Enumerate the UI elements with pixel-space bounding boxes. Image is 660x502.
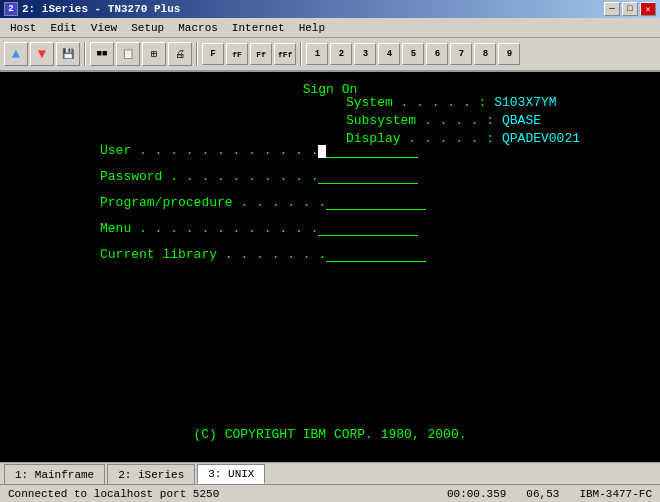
- tab-iseries[interactable]: 2: iSeries: [107, 464, 195, 484]
- fkey-f[interactable]: F: [202, 43, 224, 65]
- fkey-fff[interactable]: fFf: [274, 43, 296, 65]
- separator-3: [300, 42, 302, 66]
- fkey-4[interactable]: 4: [378, 43, 400, 65]
- system-row: System . . . . . : S103X7YM: [346, 94, 580, 112]
- subsystem-row: Subsystem . . . . : QBASE: [346, 112, 580, 130]
- user-label: User . . . . . . . . . . . .: [100, 140, 318, 162]
- maximize-button[interactable]: □: [622, 2, 638, 16]
- status-time: 00:00.359: [447, 488, 506, 500]
- connection-status: Connected to localhost port 5250: [8, 488, 219, 500]
- close-button[interactable]: ✕: [640, 2, 656, 16]
- tab-mainframe[interactable]: 1: Mainframe: [4, 464, 105, 484]
- menu-view[interactable]: View: [85, 20, 123, 36]
- fkey-3[interactable]: 3: [354, 43, 376, 65]
- tab-bar: 1: Mainframe 2: iSeries 3: UNIX: [0, 462, 660, 484]
- window-title: 2: iSeries - TN3270 Plus: [22, 3, 180, 15]
- toolbar: ▲ ▼ 💾 ■■ 📋 ⊞ 🖨 F fF Ff fFf 1 2 3 4 5 6 7…: [0, 38, 660, 72]
- system-label: System . . . . . :: [346, 95, 486, 110]
- subsystem-value: QBASE: [502, 113, 541, 128]
- fkey-9[interactable]: 9: [498, 43, 520, 65]
- user-row: User . . . . . . . . . . . .: [100, 140, 426, 162]
- fkey-2[interactable]: 2: [330, 43, 352, 65]
- save-button[interactable]: 💾: [56, 42, 80, 66]
- tab-unix[interactable]: 3: UNIX: [197, 464, 265, 484]
- menu-bar: Host Edit View Setup Macros Internet Hel…: [0, 18, 660, 38]
- fkey-1[interactable]: 1: [306, 43, 328, 65]
- subsystem-label: Subsystem . . . . :: [346, 113, 494, 128]
- menu-edit[interactable]: Edit: [44, 20, 82, 36]
- fkey-6[interactable]: 6: [426, 43, 448, 65]
- menu-internet[interactable]: Internet: [226, 20, 291, 36]
- system-value: S103X7YM: [494, 95, 556, 110]
- back-button[interactable]: ▲: [4, 42, 28, 66]
- fkey-ff1[interactable]: fF: [226, 43, 248, 65]
- status-terminal: IBM-3477-FC: [579, 488, 652, 500]
- fkey-ff2[interactable]: Ff: [250, 43, 272, 65]
- print-button[interactable]: 🖨: [168, 42, 192, 66]
- user-field-cursor: [318, 145, 326, 158]
- menu-help[interactable]: Help: [293, 20, 331, 36]
- library-row: Current library . . . . . . .: [100, 244, 426, 266]
- fkey-8[interactable]: 8: [474, 43, 496, 65]
- terminal-screen[interactable]: Sign On System . . . . . : S103X7YM Subs…: [0, 72, 660, 462]
- library-label: Current library . . . . . . .: [100, 244, 326, 266]
- copy-button[interactable]: ■■: [90, 42, 114, 66]
- screen-button[interactable]: ⊞: [142, 42, 166, 66]
- password-row: Password . . . . . . . . . .: [100, 166, 426, 188]
- title-buttons[interactable]: ― □ ✕: [604, 2, 656, 16]
- title-text: 2 2: iSeries - TN3270 Plus: [4, 2, 180, 16]
- back-icon: ▲: [12, 46, 20, 62]
- menu-label: Menu . . . . . . . . . . . .: [100, 218, 318, 240]
- status-right: 00:00.359 06,53 IBM-3477-FC: [447, 488, 652, 500]
- menu-setup[interactable]: Setup: [125, 20, 170, 36]
- user-field-underline: [326, 145, 418, 158]
- forward-button[interactable]: ▼: [30, 42, 54, 66]
- program-label: Program/procedure . . . . . .: [100, 192, 326, 214]
- menu-row: Menu . . . . . . . . . . . .: [100, 218, 426, 240]
- status-bar: Connected to localhost port 5250 00:00.3…: [0, 484, 660, 502]
- menu-macros[interactable]: Macros: [172, 20, 224, 36]
- status-cursor: 06,53: [526, 488, 559, 500]
- app-icon: 2: [4, 2, 18, 16]
- paste-icon: 📋: [122, 48, 134, 60]
- copy-icon: ■■: [97, 49, 108, 59]
- sign-on-form: User . . . . . . . . . . . . Password . …: [100, 140, 426, 270]
- screen-icon: ⊞: [151, 48, 157, 60]
- save-icon: 💾: [62, 48, 74, 60]
- paste-button[interactable]: 📋: [116, 42, 140, 66]
- program-field: [326, 196, 426, 210]
- password-label: Password . . . . . . . . . .: [100, 166, 318, 188]
- menu-host[interactable]: Host: [4, 20, 42, 36]
- fkey-5[interactable]: 5: [402, 43, 424, 65]
- separator-2: [196, 42, 198, 66]
- separator-1: [84, 42, 86, 66]
- fkey-7[interactable]: 7: [450, 43, 472, 65]
- copyright-line: (C) COPYRIGHT IBM CORP. 1980, 2000.: [0, 427, 660, 442]
- print-icon: 🖨: [175, 48, 185, 60]
- title-bar: 2 2: iSeries - TN3270 Plus ― □ ✕: [0, 0, 660, 18]
- menu-field: [318, 222, 418, 236]
- password-field: [318, 170, 418, 184]
- program-row: Program/procedure . . . . . .: [100, 192, 426, 214]
- forward-icon: ▼: [38, 46, 46, 62]
- display-value: QPADEV0021: [502, 131, 580, 146]
- library-field: [326, 248, 426, 262]
- minimize-button[interactable]: ―: [604, 2, 620, 16]
